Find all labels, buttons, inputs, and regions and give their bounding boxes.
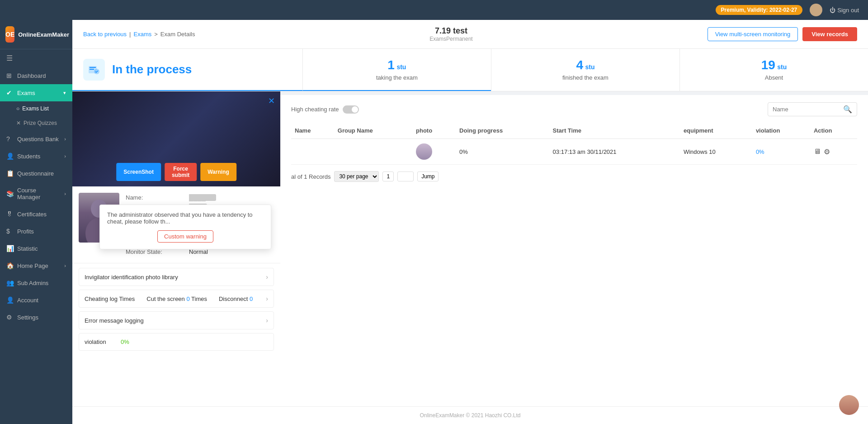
- breadcrumb-bar: Back to previous | Exams > Exam Details …: [72, 20, 868, 49]
- content-area: Back to previous | Exams > Exam Details …: [72, 20, 868, 424]
- info-section: Invigilator identification photo library…: [72, 263, 280, 359]
- jump-button[interactable]: Jump: [417, 172, 439, 181]
- stats-taking[interactable]: 1 stu taking the exam: [302, 49, 491, 91]
- content-body: In the process 1 stu taking the exam 4 s…: [72, 49, 868, 424]
- arrow-sep: >: [154, 31, 158, 38]
- monitor-action-button[interactable]: 🖥: [814, 148, 821, 156]
- sidebar-item-home-page[interactable]: 🏠 Home Page ›: [0, 257, 72, 274]
- sidebar-item-questionnaire[interactable]: 📋 Questionnaire: [0, 165, 72, 182]
- cell-violation: 0%: [752, 139, 810, 165]
- col-name: Name: [291, 123, 334, 139]
- sidebar-item-label: Statistic: [17, 245, 38, 252]
- taking-number: 1 stu: [310, 58, 484, 72]
- cell-start-time: 03:17:13 am 30/11/2021: [549, 139, 680, 165]
- sidebar-item-profits[interactable]: $ Profits: [0, 223, 72, 240]
- sidebar-item-exams-list[interactable]: ○ Exams List: [0, 101, 72, 116]
- col-group: Group Name: [334, 123, 412, 139]
- screenshot-button[interactable]: ScreenShot: [116, 163, 161, 181]
- sidebar-item-questions-bank[interactable]: ? Questions Bank ›: [0, 130, 72, 148]
- topbar: Premium, Validity: 2022-02-27 ⏻ Sign out: [0, 0, 868, 20]
- invigilator-left: Invigilator identification photo library: [85, 274, 178, 281]
- cheating-log-left: Cheating log Times Cut the screen 0 Time…: [85, 295, 253, 302]
- chevron-right-icon: ›: [266, 273, 268, 281]
- chevron-right-icon: ›: [64, 191, 66, 196]
- cheating-log-row[interactable]: Cheating log Times Cut the screen 0 Time…: [79, 290, 274, 308]
- sidebar-item-statistic[interactable]: 📊 Statistic: [0, 240, 72, 257]
- dashboard-icon: ⊞: [6, 72, 14, 79]
- questions-icon: ?: [6, 135, 14, 143]
- settings-action-button[interactable]: ⚙: [824, 148, 830, 156]
- sidebar-item-account[interactable]: 👤 Account: [0, 291, 72, 309]
- col-progress: Doing progress: [456, 123, 549, 139]
- stats-absent[interactable]: 19 stu Absent: [679, 49, 868, 91]
- sidebar-item-students[interactable]: 👤 Students ›: [0, 148, 72, 165]
- sidebar-item-label: Students: [17, 153, 40, 160]
- exam-title: 7.19 test: [429, 26, 472, 36]
- finished-label: finished the exam: [499, 74, 672, 81]
- table-row: 0% 03:17:13 am 30/11/2021 Windows 10 0%: [291, 139, 857, 165]
- back-link[interactable]: Back to previous: [83, 31, 127, 38]
- exams-link[interactable]: Exams: [134, 31, 152, 38]
- search-input[interactable]: [773, 106, 840, 113]
- exams-icon: ✔: [6, 89, 14, 96]
- multi-screen-button[interactable]: View multi-screen monitoring: [708, 27, 798, 41]
- menu-toggle-button[interactable]: ☰: [0, 49, 72, 67]
- invigilator-row[interactable]: Invigilator identification photo library…: [79, 268, 274, 286]
- exam-subtitle: ExamsPermanent: [429, 36, 472, 42]
- col-start-time: Start Time: [549, 123, 680, 139]
- sidebar-item-sub-admins[interactable]: 👥 Sub Admins: [0, 274, 72, 291]
- subadmins-icon: 👥: [6, 279, 14, 286]
- signout-button[interactable]: ⏻ Sign out: [830, 7, 859, 14]
- stats-row: In the process 1 stu taking the exam 4 s…: [72, 49, 868, 91]
- cheating-rate-toggle[interactable]: [343, 105, 359, 114]
- svg-rect-1: [90, 67, 96, 68]
- avatar-image: [839, 395, 859, 415]
- warning-button[interactable]: Warning: [200, 163, 236, 181]
- account-icon: 👤: [6, 296, 14, 304]
- sidebar-item-label: Settings: [17, 314, 38, 321]
- course-icon: 📚: [6, 190, 14, 197]
- monitor-label: Monitor State:: [126, 248, 189, 255]
- logo-icon: OE: [5, 26, 14, 43]
- stats-finished[interactable]: 4 stu finished the exam: [491, 49, 679, 91]
- video-container: ✕ ScreenShot Force submit Warning: [72, 91, 280, 186]
- violation-label: violation: [85, 338, 121, 345]
- per-page-select[interactable]: 30 per page: [334, 171, 379, 182]
- settings-icon: ⚙: [6, 314, 14, 321]
- sidebar-item-settings[interactable]: ⚙ Settings: [0, 309, 72, 326]
- sidebar-item-prize-quizzes[interactable]: ✕ Prize Quizzes: [0, 116, 72, 130]
- main-layout: OE OnlineExamMaker ☰ ⊞ Dashboard ✔ Exams…: [0, 20, 868, 424]
- sidebar-item-course-manager[interactable]: 📚 Course Manager ›: [0, 182, 72, 205]
- right-panel: High cheating rate 🔍 Name: [280, 91, 868, 406]
- invigilator-label: Invigilator identification photo library: [85, 274, 178, 281]
- cheating-rate-toggle-row: High cheating rate: [291, 105, 359, 114]
- sidebar-item-exams[interactable]: ✔ Exams ▾: [0, 84, 72, 101]
- page-jump-input[interactable]: [397, 172, 414, 181]
- footer-text: OnlineExamMaker © 2021 Haozhi CO.Ltd: [420, 412, 521, 419]
- footer: OnlineExamMaker © 2021 Haozhi CO.Ltd: [72, 406, 868, 424]
- view-records-button[interactable]: View records: [802, 27, 857, 41]
- sidebar-item-dashboard[interactable]: ⊞ Dashboard: [0, 67, 72, 84]
- page-number-button[interactable]: 1: [382, 172, 394, 181]
- custom-warning-button[interactable]: Custom warning: [157, 230, 213, 243]
- support-avatar[interactable]: [839, 395, 859, 415]
- cheating-rate-label: High cheating rate: [291, 106, 339, 113]
- sidebar-item-label: Exams: [17, 90, 35, 96]
- sidebar-sub-label: Prize Quizzes: [24, 120, 57, 126]
- cell-name: [291, 139, 334, 165]
- cell-equipment: Windows 10: [680, 139, 752, 165]
- cheating-log-label: Cheating log Times: [85, 295, 135, 302]
- search-icon[interactable]: 🔍: [843, 105, 852, 114]
- sidebar-item-label: Account: [17, 297, 38, 304]
- force-submit-button[interactable]: Force submit: [165, 163, 197, 181]
- sidebar-logo: OE OnlineExamMaker: [0, 20, 72, 49]
- warning-popup-message: The administrator observed that you have…: [107, 211, 264, 225]
- error-log-row[interactable]: Error message logging ›: [79, 311, 274, 329]
- sidebar-item-certificates[interactable]: 🎖 Certificates: [0, 205, 72, 223]
- video-close-button[interactable]: ✕: [268, 96, 275, 106]
- action-buttons: 🖥 ⚙: [814, 148, 854, 156]
- name-value: ████: [189, 194, 216, 201]
- sidebar-item-label: Home Page: [17, 262, 48, 269]
- stats-in-process: In the process: [72, 49, 302, 91]
- sidebar-item-label: Course Manager: [17, 187, 61, 200]
